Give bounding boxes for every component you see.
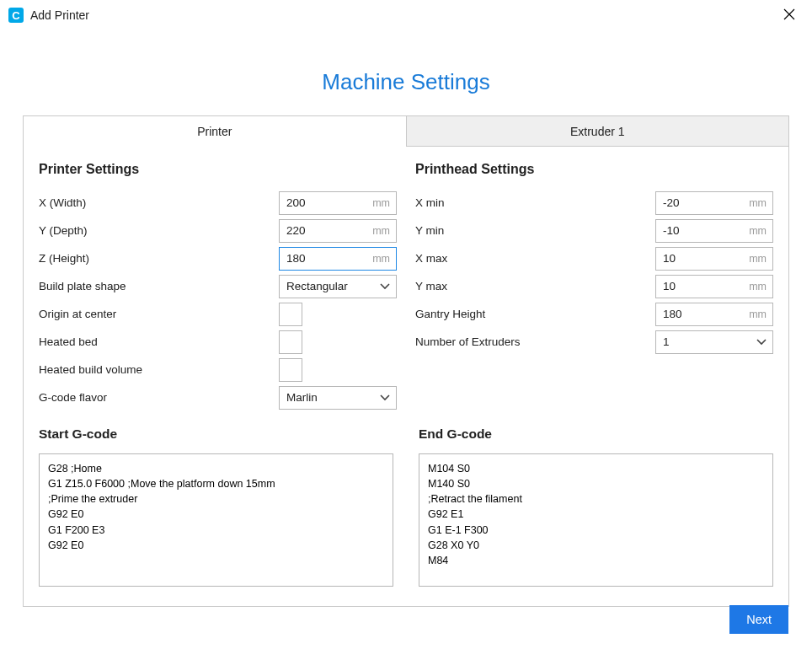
row-heated-bed: Heated bed — [39, 328, 397, 356]
input-y-min[interactable] — [655, 219, 773, 243]
label-gantry-height: Gantry Height — [415, 308, 655, 320]
titlebar: C Add Printer — [0, 0, 812, 30]
close-icon[interactable] — [778, 4, 800, 26]
tab-extruder-1[interactable]: Extruder 1 — [407, 115, 790, 147]
select-gcode-flavor[interactable]: Marlin — [279, 386, 397, 410]
label-y-min: Y min — [415, 224, 655, 237]
input-y-max[interactable] — [655, 275, 773, 298]
row-build-plate-shape: Build plate shape Rectangular — [39, 272, 397, 300]
end-gcode-section: End G-code — [419, 426, 773, 589]
tab-printer[interactable]: Printer — [23, 115, 407, 147]
row-x-max: X max mm — [415, 244, 773, 272]
start-gcode-title: Start G-code — [39, 426, 393, 442]
label-y-depth: Y (Depth) — [39, 224, 279, 237]
textarea-end-gcode[interactable] — [419, 453, 773, 587]
label-heated-bed: Heated bed — [39, 335, 279, 348]
label-number-of-extruders: Number of Extruders — [415, 335, 655, 348]
tab-panel-printer: Printer Settings X (Width) mm Y (Depth) … — [23, 147, 789, 607]
label-z-height: Z (Height) — [39, 252, 279, 265]
printer-settings-title: Printer Settings — [39, 162, 397, 177]
main-content: Printer Extruder 1 Printer Settings X (W… — [23, 115, 789, 607]
printhead-settings-column: Printhead Settings X min mm Y min mm — [415, 162, 773, 411]
label-x-width: X (Width) — [39, 196, 279, 209]
select-number-of-extruders[interactable]: 1 — [655, 330, 773, 354]
input-x-width[interactable] — [279, 191, 397, 215]
label-x-max: X max — [415, 252, 655, 265]
input-x-min[interactable] — [655, 191, 773, 215]
start-gcode-section: Start G-code — [39, 426, 393, 589]
printhead-settings-title: Printhead Settings — [415, 162, 773, 177]
page-title: Machine Settings — [0, 69, 812, 95]
input-gantry-height[interactable] — [655, 303, 773, 326]
checkbox-origin-at-center[interactable] — [279, 303, 302, 326]
row-x-width: X (Width) mm — [39, 189, 397, 217]
row-y-depth: Y (Depth) mm — [39, 217, 397, 244]
row-origin-at-center: Origin at center — [39, 300, 397, 328]
label-y-max: Y max — [415, 280, 655, 292]
tabs: Printer Extruder 1 — [23, 115, 789, 147]
next-button[interactable]: Next — [729, 605, 788, 634]
input-z-height[interactable] — [279, 247, 397, 271]
textarea-start-gcode[interactable] — [39, 453, 393, 587]
row-number-of-extruders: Number of Extruders 1 — [415, 328, 773, 356]
label-origin-at-center: Origin at center — [39, 308, 279, 320]
row-gcode-flavor: G-code flavor Marlin — [39, 384, 397, 411]
label-gcode-flavor: G-code flavor — [39, 391, 279, 404]
row-gantry-height: Gantry Height mm — [415, 300, 773, 328]
label-heated-build-volume: Heated build volume — [39, 363, 279, 376]
window-title: Add Printer — [30, 8, 89, 22]
row-x-min: X min mm — [415, 189, 773, 217]
input-y-depth[interactable] — [279, 219, 397, 243]
end-gcode-title: End G-code — [419, 426, 773, 442]
checkbox-heated-build-volume[interactable] — [279, 358, 302, 382]
label-x-min: X min — [415, 196, 655, 209]
row-y-min: Y min mm — [415, 217, 773, 244]
select-build-plate-shape[interactable]: Rectangular — [279, 275, 397, 298]
input-x-max[interactable] — [655, 247, 773, 271]
printer-settings-column: Printer Settings X (Width) mm Y (Depth) … — [39, 162, 397, 411]
app-icon: C — [8, 8, 24, 23]
row-z-height: Z (Height) mm — [39, 244, 397, 272]
label-build-plate-shape: Build plate shape — [39, 280, 279, 292]
footer: Next — [729, 605, 788, 634]
row-heated-build-volume: Heated build volume — [39, 356, 397, 384]
checkbox-heated-bed[interactable] — [279, 330, 302, 354]
titlebar-left: C Add Printer — [8, 8, 89, 23]
row-y-max: Y max mm — [415, 272, 773, 300]
